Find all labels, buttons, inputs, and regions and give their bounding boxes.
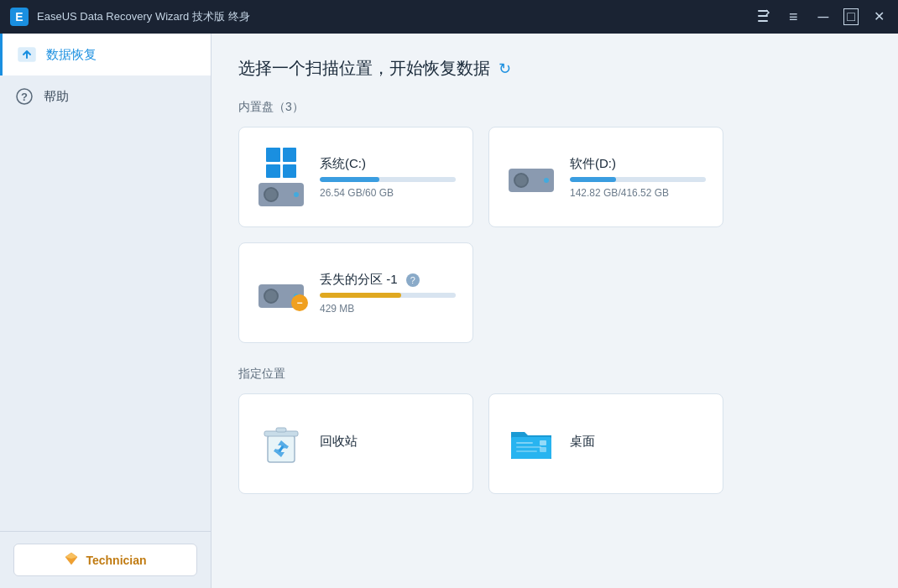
builtin-cards-grid: 系统(C:) 26.54 GB/60 GB [238, 127, 871, 343]
d-drive-info: 软件(D:) 142.82 GB/416.52 GB [570, 156, 706, 199]
d-drive-name: 软件(D:) [570, 156, 706, 172]
windows-logo-icon [266, 148, 296, 178]
recycle-bin-name: 回收站 [320, 434, 456, 450]
builtin-section: 内置盘（3） [238, 100, 871, 343]
lost-partition-info: 丢失的分区 -1 ? 429 MB [320, 272, 456, 315]
help-icon: ? [15, 87, 34, 106]
recycle-bin-icon [261, 422, 301, 466]
c-drive-hdd-icon [258, 183, 304, 206]
recycle-bin-info: 回收站 [320, 434, 456, 455]
specified-section: 指定位置 [238, 367, 871, 494]
window-controls: ≡ ─ □ ✕ [752, 7, 888, 28]
app-icon: E [10, 8, 29, 26]
data-recovery-label: 数据恢复 [46, 47, 97, 63]
lost-partition-name: 丢失的分区 -1 ? [320, 272, 456, 288]
title-bar: E EaseUS Data Recovery Wizard 技术版 终身 ≡ ─… [0, 0, 898, 34]
builtin-label: 内置盘（3） [238, 100, 871, 115]
svg-rect-4 [758, 15, 768, 17]
svg-rect-16 [516, 450, 537, 452]
c-drive-icon-container [256, 148, 306, 206]
sidebar-item-data-recovery[interactable]: 数据恢复 [0, 34, 211, 75]
d-drive-card[interactable]: 软件(D:) 142.82 GB/416.52 GB [488, 127, 723, 227]
main-content: 选择一个扫描位置，开始恢复数据 ↻ 内置盘（3） [211, 34, 898, 588]
sidebar-item-help[interactable]: ? 帮助 [0, 75, 211, 117]
desktop-name: 桌面 [570, 434, 706, 450]
close-btn[interactable]: ✕ [870, 8, 888, 25]
lost-partition-card[interactable]: − 丢失的分区 -1 ? 429 MB [238, 242, 473, 343]
menu-btn[interactable]: ≡ [786, 8, 803, 26]
sidebar: 数据恢复 ? 帮助 Te [0, 34, 211, 588]
app-title: EaseUS Data Recovery Wizard 技术版 终身 [37, 9, 752, 24]
recycle-bin-icon-container [256, 422, 306, 466]
lost-partition-badge: − [291, 294, 308, 311]
sidebar-footer: Technician [0, 531, 211, 588]
svg-rect-15 [516, 446, 541, 448]
d-drive-size: 142.82 GB/416.52 GB [570, 187, 706, 199]
maximize-btn[interactable]: □ [843, 8, 859, 25]
d-drive-hdd-icon [509, 169, 554, 192]
svg-rect-3 [758, 20, 768, 22]
desktop-card[interactable]: 桌面 [488, 393, 723, 494]
minimize-btn[interactable]: ─ [815, 8, 833, 26]
c-drive-name: 系统(C:) [320, 156, 456, 172]
desktop-icon-container [506, 425, 556, 462]
question-mark-icon[interactable]: ? [406, 273, 420, 287]
help-label: 帮助 [44, 89, 69, 105]
lost-partition-size: 429 MB [320, 303, 456, 315]
save-btn[interactable] [752, 7, 774, 28]
d-hdd-led [544, 178, 549, 183]
d-drive-progress-fill [570, 177, 616, 182]
svg-rect-18 [540, 447, 546, 452]
svg-text:?: ? [21, 91, 28, 103]
hdd-led [294, 192, 299, 197]
c-drive-progress-fill [320, 177, 379, 182]
d-drive-icon-container [506, 162, 556, 192]
c-drive-size: 26.54 GB/60 GB [320, 187, 456, 199]
d-drive-progress-bg [570, 177, 706, 182]
lost-partition-progress-bg [320, 293, 456, 298]
recycle-bin-card[interactable]: 回收站 [238, 393, 473, 494]
page-title: 选择一个扫描位置，开始恢复数据 ↻ [238, 57, 871, 80]
sidebar-nav: 数据恢复 ? 帮助 [0, 34, 211, 531]
lost-partition-progress-fill [320, 293, 401, 298]
svg-rect-12 [276, 428, 286, 432]
c-drive-card[interactable]: 系统(C:) 26.54 GB/60 GB [238, 127, 473, 227]
data-recovery-icon [18, 45, 36, 64]
svg-text:E: E [15, 10, 23, 23]
refresh-icon[interactable]: ↻ [499, 60, 511, 78]
lost-partition-icon-container: − [256, 278, 306, 308]
technician-button[interactable]: Technician [13, 544, 197, 576]
diamond-icon [64, 551, 79, 569]
app-body: 数据恢复 ? 帮助 Te [0, 34, 898, 588]
c-drive-progress-bg [320, 177, 456, 182]
specified-cards-grid: 回收站 [238, 393, 871, 494]
specified-label: 指定位置 [238, 367, 871, 382]
svg-rect-17 [540, 440, 546, 445]
c-drive-info: 系统(C:) 26.54 GB/60 GB [320, 156, 456, 199]
svg-rect-14 [516, 442, 533, 444]
technician-label: Technician [86, 554, 146, 567]
desktop-folder-icon [508, 425, 555, 462]
desktop-info: 桌面 [570, 434, 706, 455]
